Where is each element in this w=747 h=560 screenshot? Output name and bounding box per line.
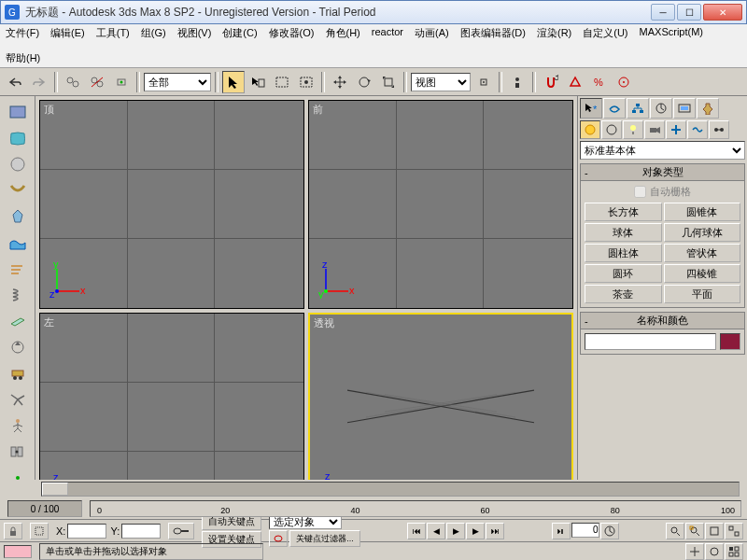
unlink-button[interactable] [86,71,108,93]
selection-filter[interactable]: 全部 [144,73,211,91]
sphere-button[interactable]: 球体 [585,223,662,242]
deform-mesh-icon[interactable] [4,204,32,229]
window-crossing-button[interactable] [295,71,317,93]
display-tab[interactable] [673,98,696,119]
close-button[interactable]: ✕ [703,4,742,21]
utilities-tab[interactable] [697,98,719,119]
cloth-icon[interactable] [4,126,32,150]
geometry-subtab[interactable] [580,120,600,139]
spring-icon[interactable] [4,283,32,307]
menu-animation[interactable]: 动画(A) [415,26,449,40]
menu-graph[interactable]: 图表编辑器(D) [460,26,526,40]
menu-customize[interactable]: 自定义(U) [583,26,627,40]
cone-button[interactable]: 圆锥体 [664,203,741,221]
box-button[interactable]: 长方体 [585,203,662,221]
torus-button[interactable]: 圆环 [585,264,662,283]
manipulate-button[interactable] [506,71,529,93]
plane-icon[interactable] [4,309,32,333]
plane-button[interactable]: 平面 [664,285,741,303]
goto-start-button[interactable]: ⏮ [407,523,426,539]
select-by-name-button[interactable] [247,71,269,93]
spinner-snap-toggle[interactable] [613,71,635,93]
angle-snap-toggle[interactable] [564,71,586,93]
systems-subtab[interactable] [709,120,729,139]
y-input[interactable] [121,524,161,539]
menu-create[interactable]: 创建(C) [222,26,257,40]
snap-toggle[interactable]: 3 [540,71,562,93]
script-listener[interactable] [4,545,32,558]
pivot-button[interactable] [472,71,495,93]
rollout-header[interactable]: -对象类型 [581,164,744,181]
time-ruler[interactable]: 0 20 40 60 80 100 [90,500,741,517]
link-button[interactable] [62,71,84,93]
cylinder-button[interactable]: 圆柱体 [585,244,662,262]
zoom-extents-button[interactable] [705,523,724,539]
key-filters-button[interactable]: 关键点过滤器... [289,530,360,547]
key-step-button[interactable]: ⏯ [552,523,571,539]
modify-tab[interactable] [603,98,626,119]
hierarchy-tab[interactable] [627,98,649,119]
select-button[interactable] [222,71,245,93]
select-region-button[interactable] [271,71,293,93]
pyramid-button[interactable]: 四棱锥 [664,264,741,283]
motion-tab[interactable] [650,98,672,119]
ragdoll-icon[interactable] [4,413,32,438]
minimize-button[interactable]: ─ [651,4,675,21]
prev-frame-button[interactable]: ◀ [427,523,445,539]
bind-button[interactable] [110,71,133,93]
category-select[interactable]: 标准基本体 [580,141,745,160]
menu-character[interactable]: 角色(H) [326,26,360,40]
menu-group[interactable]: 组(G) [141,26,166,40]
softbody-icon[interactable] [4,152,32,176]
viewport-top[interactable]: 顶 yxz [39,100,304,309]
pan-button[interactable] [685,543,704,560]
rotate-button[interactable] [353,71,375,93]
set-key-button[interactable] [269,530,288,547]
move-button[interactable] [329,71,351,93]
menu-render[interactable]: 渲染(R) [537,26,571,40]
geosphere-button[interactable]: 几何球体 [664,223,741,242]
viewport-front[interactable]: 前 zxy [308,100,573,309]
lock-button[interactable] [4,523,22,539]
x-input[interactable] [67,524,106,539]
fracture-icon[interactable] [4,387,32,412]
rigid-body-icon[interactable] [4,100,32,124]
teapot-button[interactable]: 茶壶 [585,285,662,303]
current-frame-input[interactable] [571,523,599,538]
time-thumb[interactable] [42,483,68,496]
goto-end-button[interactable]: ⏭ [486,523,504,539]
zoom-extents-all-button[interactable] [725,523,743,539]
create-tab[interactable]: * [580,98,602,119]
menu-reactor[interactable]: reactor [372,26,403,40]
arc-rotate-button[interactable] [705,543,724,560]
menu-views[interactable]: 视图(V) [177,26,212,40]
tube-button[interactable]: 管状体 [664,244,741,262]
key-mode-button[interactable] [168,523,194,539]
water-icon[interactable] [4,231,32,255]
menu-edit[interactable]: 编辑(E) [50,26,85,40]
selection-lock-button[interactable] [30,523,49,539]
undo-button[interactable] [4,71,26,93]
menu-file[interactable]: 文件(F) [6,26,39,40]
maximize-viewport-button[interactable] [725,543,743,560]
cameras-subtab[interactable] [644,120,665,139]
motor-icon[interactable] [4,335,32,359]
toy-car-icon[interactable] [4,361,32,385]
hinge-icon[interactable] [4,440,32,464]
object-name-input[interactable] [585,333,716,350]
maximize-button[interactable]: ☐ [677,4,701,21]
zoom-all-button[interactable] [685,523,704,539]
percent-snap-toggle[interactable]: % [588,71,611,93]
rollout-header[interactable]: -名称和颜色 [581,313,744,329]
spacewarps-subtab[interactable] [687,120,708,139]
redo-button[interactable] [28,71,50,93]
time-config-button[interactable] [600,523,619,539]
menu-maxscript[interactable]: MAXScript(M) [640,26,703,40]
wind-icon[interactable] [4,257,32,281]
next-frame-button[interactable]: ▶ [466,523,485,539]
menu-tools[interactable]: 工具(T) [96,26,130,40]
menu-modifiers[interactable]: 修改器(O) [269,26,315,40]
menu-help[interactable]: 帮助(H) [6,51,40,65]
time-slider[interactable] [41,482,740,497]
scale-button[interactable] [377,71,400,93]
